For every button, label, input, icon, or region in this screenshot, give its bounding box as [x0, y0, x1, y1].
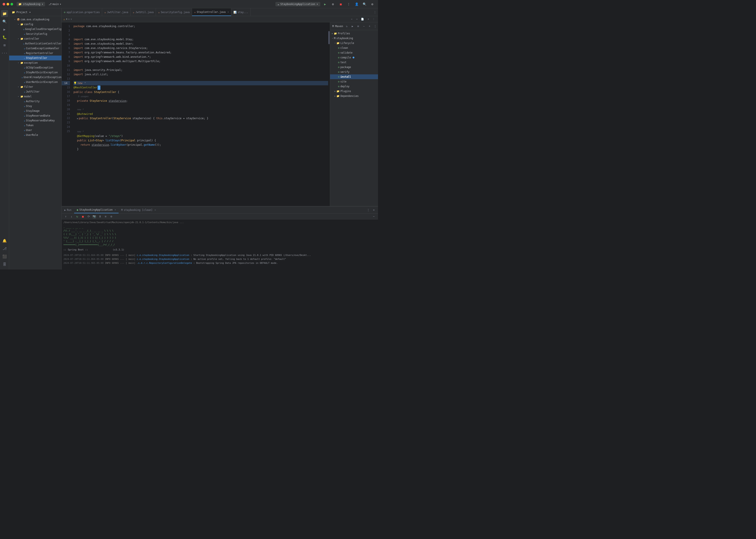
minimize-button[interactable]	[7, 3, 9, 5]
notifications-button[interactable]: 🔔	[1, 237, 8, 244]
more-button[interactable]: ···	[1, 49, 8, 56]
scroll-up-button[interactable]: ↑	[63, 214, 68, 219]
maven-compile[interactable]: ⚙ compile	[330, 55, 378, 60]
tree-folder-exception[interactable]: ▾ 📁 exception	[9, 60, 61, 65]
tree-file-usernotexist[interactable]: ☕ UserNotExistException	[9, 80, 61, 84]
tree-file-user[interactable]: ☕ User	[9, 128, 61, 132]
tree-file-stayreserveddate[interactable]: ☕ StayReservedDate	[9, 113, 61, 118]
filter-button[interactable]: ≡	[103, 214, 108, 219]
tree-folder-model[interactable]: ▾ 📁 model	[9, 94, 61, 99]
project-selector[interactable]: 📁 staybooking ▾	[17, 2, 45, 6]
pause-button[interactable]: ⏸	[98, 214, 102, 219]
tree-file-useralreadyexist[interactable]: ☕ UserAlreadyExistException	[9, 75, 61, 80]
tree-file-exceptionhandler[interactable]: ☕ CustomExceptionHandler	[9, 46, 61, 51]
run-minimize-button[interactable]: −	[371, 214, 376, 219]
settings-button[interactable]: ⚙	[330, 1, 336, 7]
run-tab-staybooking-app[interactable]: ● StaybookingApplication ✕	[74, 206, 118, 213]
maven-install[interactable]: ⚙ install	[330, 74, 378, 79]
git-button[interactable]: ⎇	[1, 245, 8, 252]
restart-button[interactable]: ⟳	[86, 214, 91, 219]
maven-reload-button[interactable]: ↻	[344, 24, 349, 29]
close-button[interactable]	[3, 3, 5, 5]
maven-clean[interactable]: ⚙ clean	[330, 45, 378, 50]
run-config-selector[interactable]: ☁ StaybookingApplication ▾	[275, 2, 320, 6]
toolbar-new-window[interactable]: +	[366, 17, 370, 21]
run-clean-close[interactable]: ✕	[155, 209, 156, 211]
run-panel-close-button[interactable]: ✕	[371, 207, 376, 212]
tree-file-gcsexception[interactable]: ☕ GCSUploadException	[9, 65, 61, 70]
tree-file-staynotexist[interactable]: ☕ StayNotExistException	[9, 70, 61, 75]
maven-settings-button[interactable]: +	[367, 24, 372, 29]
tree-folder-controller[interactable]: ▾ 📁 controller	[9, 36, 61, 41]
maven-collapse-button[interactable]: −	[361, 24, 366, 29]
tree-file-token[interactable]: ☕ Token	[9, 123, 61, 128]
run-app-close[interactable]: ✕	[114, 208, 116, 211]
build-menu-button[interactable]: ⋮	[345, 1, 352, 7]
tree-file-registercontroller[interactable]: ☕ RegisterController	[9, 51, 61, 55]
maven-test[interactable]: ⚙ test	[330, 60, 378, 65]
terminal-button[interactable]: ⬛	[1, 253, 8, 260]
tab-staycontroller[interactable]: ☕ StayController.java ✕	[192, 8, 231, 16]
tab-stay-table[interactable]: 📊 stay...	[231, 8, 251, 16]
tree-file-stay[interactable]: ☕ Stay	[9, 104, 61, 109]
settings2-button[interactable]: ⚙	[369, 1, 375, 7]
tree-file-stayimage[interactable]: ☕ StayImage	[9, 109, 61, 113]
toolbar-nav-forward[interactable]: →	[355, 17, 359, 21]
maven-staybooking[interactable]: ▾ M staybooking	[330, 36, 378, 41]
maven-plugins[interactable]: ▶ 📁 Plugins	[330, 89, 378, 94]
tab-close-stayctrl[interactable]: ✕	[228, 11, 229, 13]
maven-deploy[interactable]: ⚙ deploy	[330, 84, 378, 89]
code-editor[interactable]: 1 2 3 4 5 6 7 8 9 10 11 12 13 14	[62, 22, 330, 206]
maven-run-button[interactable]: ▶	[350, 24, 355, 29]
tree-file-authcontroller[interactable]: ☕ AuthenticationController	[9, 41, 61, 46]
maven-lifecycle[interactable]: ▾ 📁 Lifecycle	[330, 41, 378, 45]
maven-validate[interactable]: ⚙ validate	[330, 50, 378, 55]
maven-site[interactable]: ⚙ site	[330, 79, 378, 84]
toolbar-nav-back[interactable]: ←	[350, 17, 354, 21]
branch-selector[interactable]: ⎇ main ▾	[48, 3, 61, 6]
structure-button[interactable]: ⊞	[1, 41, 8, 48]
project-panel-header[interactable]: 📁 Project ▾	[9, 8, 61, 16]
maven-expand-button[interactable]: ⊞	[356, 24, 360, 29]
search-button[interactable]: 🔍	[361, 1, 367, 7]
tree-folder-filter[interactable]: ▾ 📁 filter	[9, 84, 61, 89]
maven-dependencies[interactable]: ▶ 📁 Dependencies	[330, 94, 378, 99]
run-tab-clean[interactable]: M staybooking [clean] ✕	[118, 206, 159, 213]
scroll-down-button[interactable]: ↓	[69, 214, 74, 219]
database-button[interactable]: 🗄	[1, 261, 8, 268]
stop-button[interactable]: ■	[338, 1, 344, 7]
maven-profiles[interactable]: ▶ 📁 Profiles	[330, 31, 378, 36]
editor-scrollbar[interactable]	[328, 22, 330, 206]
commit-button[interactable]: 🔍	[1, 18, 8, 25]
tree-file-authority[interactable]: ☕ Authority	[9, 99, 61, 104]
tree-file-jwtfilter[interactable]: ☕ JwtFilter	[9, 89, 61, 94]
toolbar-more[interactable]: ⋮	[371, 17, 376, 21]
run-view-button[interactable]: ▶	[1, 26, 8, 33]
maximize-button[interactable]	[11, 3, 13, 5]
tree-package-staybooking[interactable]: ▾ 📦 com.eve.staybooking	[9, 17, 61, 22]
tree-file-googlecloud[interactable]: ☕ GoogleCloudStorageConfig	[9, 27, 61, 32]
tab-overflow-button[interactable]: ⋮	[372, 8, 378, 16]
run-settings-button[interactable]: ⚙	[109, 214, 114, 219]
maven-package[interactable]: ⚙ package	[330, 65, 378, 70]
tree-file-userrole[interactable]: ☕ UserRole	[9, 132, 61, 137]
maven-verify[interactable]: ⚙ verify	[330, 70, 378, 74]
warning-nav-down[interactable]: ∨	[70, 18, 72, 21]
code-content[interactable]: package com.eve.staybooking.controller; …	[73, 22, 328, 206]
run-button[interactable]: ▶	[322, 1, 328, 7]
tree-file-stayreserdatekey[interactable]: ☕ StayReservedDateKey	[9, 118, 61, 123]
debug-button[interactable]: 🐛	[1, 34, 8, 41]
tab-jwtutil[interactable]: ☕ JwtUtil.java	[131, 8, 156, 16]
screenshot-button[interactable]: 📷	[92, 214, 97, 219]
warning-nav-up[interactable]: ∧	[68, 18, 70, 21]
run-tab-run[interactable]: ▶ Run	[62, 206, 74, 213]
rerun-button[interactable]: ↻	[75, 214, 80, 219]
tree-folder-config[interactable]: ▾ 📁 config	[9, 22, 61, 27]
stop-run-button[interactable]: ■	[81, 214, 85, 219]
tree-file-staycontroller[interactable]: ☕ StayController	[9, 55, 61, 60]
tree-file-securityconfig[interactable]: ☕ SecurityConfig	[9, 32, 61, 36]
toolbar-recent-files[interactable]: 📄	[360, 17, 365, 21]
maven-more-button[interactable]: ⋮	[373, 24, 378, 29]
tab-application-properties[interactable]: ⚙ application.properties	[62, 8, 102, 16]
project-view-button[interactable]: 📁	[1, 10, 8, 17]
